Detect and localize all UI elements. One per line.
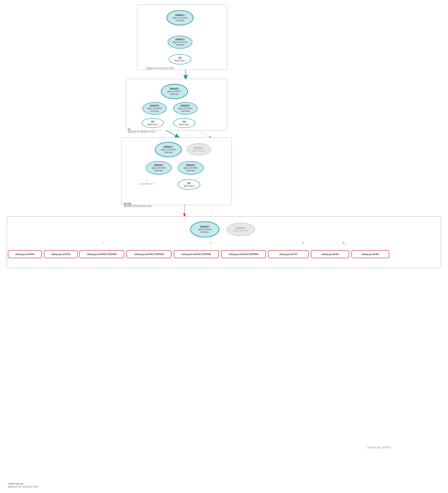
tw-ds2-detail1: digest alg=2 (179, 123, 190, 126)
govtw-zsk1-node: DNSKEY alg=8, id=29904 2048 bits (146, 161, 172, 175)
rec-soa1: railway.gov.tw/SOA (8, 250, 42, 258)
rec-soa2: railway.gov.tw/SOA (44, 250, 78, 258)
rec-nsec2: railway.gov.tw/NSEC3PARAM (127, 250, 171, 258)
brand-label: railway gov tWINS (367, 446, 391, 449)
footer-timestamp: (2023-07-27 11:24:02 UTC) (8, 485, 38, 488)
rec-nsec1-label: railway.gov.tw/NSEC3PARAM (87, 253, 117, 256)
govtw-ds-detail1: digest alg=2 (184, 185, 195, 188)
rec-mx: railway.gov.tw/MX (352, 250, 389, 258)
tw-zsk1-detail2: 1024 bits (150, 110, 159, 113)
govtw-ksk-detail2: 2048 bits (164, 151, 173, 154)
warn-rec-nsec3: ⚠ (209, 241, 212, 245)
govtw-ksk-grey-detail1: alg=8, id=514 (193, 150, 205, 152)
railway-ksk-grey-node: DNSKEY alg=8, id=29995 (227, 223, 255, 236)
rec-txt: railway.gov.tw/TXT (268, 250, 309, 258)
railway-box (7, 216, 441, 268)
govtw-zsk2-detail1: alg=8, id=38001 (183, 167, 198, 169)
root-zsk-detail1: alg=8, id=11019 (173, 41, 187, 44)
rec-nsec4-label: railway.gov.tw/NSEC3PARAM (229, 253, 258, 256)
rec-ns-label: railway.gov.tw/NS (321, 253, 339, 256)
rec-nsec1: railway.gov.tw/NSEC3PARAM (79, 250, 124, 258)
root-ds-label: DS (178, 56, 181, 59)
root-ds-detail1: digest alg=2 (175, 59, 186, 62)
rec-nsec4: railway.gov.tw/NSEC3PARAM (221, 250, 266, 258)
root-box-timestamp: (2023-07-27 07:01:10 UTC) (146, 67, 174, 70)
govtw-box-timestamp: (2023-07-27 08:49:48 UTC) (124, 205, 151, 208)
govtw-zsk1-detail1: alg=8, id=29904 (151, 167, 166, 169)
tw-ds1-label: DS (151, 120, 154, 123)
warn-govtw-dnskey: ⚠ gov.tw/DNSKEY (139, 179, 154, 185)
govtw-zsk2-node: DNSKEY alg=8, id=38001 2048 bits (178, 161, 204, 175)
warn-rec-nsec1: ⚠ (102, 241, 105, 245)
govtw-zsk1-label: DNSKEY (154, 164, 164, 167)
tw-ds2-node: DS digest alg=2 (173, 118, 195, 128)
tw-zsk2-detail2: 1024 bits (181, 110, 190, 113)
railway-ksk-detail1: alg=8, id=8790 (198, 228, 212, 231)
railway-ksk-detail2: 2048 bits (201, 231, 209, 234)
root-ksk-detail1: alg=8, id=20326 (173, 17, 187, 19)
tw-ksk-node: DNSKEY alg=8, id=51277 2048 bits (161, 84, 188, 99)
tw-zsk1-detail1: alg=8, id=50814 (147, 107, 162, 110)
warn-rec-ns: ⚠ (342, 241, 345, 245)
root-ksk-detail2: 2048 bits (176, 19, 184, 22)
govtw-ksk-label: DNSKEY (164, 146, 173, 148)
rec-soa1-label: railway.gov.tw/SOA (15, 253, 34, 256)
footer-domain: railway.gov.tw (8, 482, 23, 485)
svg-line-8 (197, 130, 211, 137)
govtw-ds-label: DS (187, 182, 191, 185)
tw-zsk1-label: DNSKEY (150, 104, 159, 107)
railway-ksk-grey-label: DNSKEY (236, 227, 246, 230)
govtw-zsk1-detail2: 2048 bits (155, 169, 163, 172)
tw-ksk-detail2: 2048 bits (170, 93, 179, 96)
govtw-ksk-node: DNSKEY alg=8, id=19435 2048 bits (155, 142, 182, 157)
root-zsk-label: DNSKEY (175, 38, 185, 41)
tw-box-timestamp: (2023-07-27 08:49:27 UTC) (128, 131, 156, 133)
railway-ksk-grey-detail1: alg=8, id=29995 (234, 230, 248, 232)
rec-soa2-label: railway.gov.tw/SOA (51, 253, 70, 256)
diagram-container: (2023-07-27 07:01:10 UTC) DNSKEY alg=8, … (0, 0, 448, 493)
rec-txt-label: railway.gov.tw/TXT (279, 253, 298, 256)
govtw-zsk2-detail2: 2048 bits (187, 169, 195, 172)
rec-nsec3: railway.gov.tw/NSEC3PARAM (174, 250, 219, 258)
root-ksk-label: DNSKEY (175, 14, 185, 17)
rec-ns: railway.gov.tw/NS (311, 250, 349, 258)
tw-ksk-label: DNSKEY (170, 87, 179, 90)
root-zsk-detail2: 2048 bits (176, 44, 184, 46)
railway-ksk-node: DNSKEY alg=8, id=8790 2048 bits (190, 221, 219, 237)
warn-rec-txt: ⚠ (301, 241, 304, 245)
root-zsk-node: DNSKEY alg=8, id=11019 2048 bits (168, 36, 192, 49)
rec-nsec3-label: railway.gov.tw/NSEC3PARAM (181, 253, 211, 256)
svg-line-7 (165, 130, 179, 137)
railway-ksk-label: DNSKEY (200, 225, 210, 228)
root-ds-node: DS digest alg=2 (169, 54, 191, 65)
tw-box-label: tw (128, 128, 130, 130)
rec-nsec2-label: railway.gov.tw/NSEC3PARAM (134, 253, 164, 256)
tw-ds1-detail1: digest alg=2 (147, 123, 158, 126)
root-ksk-node: DNSKEY alg=8, id=20326 2048 bits (167, 10, 193, 25)
tw-ksk-detail1: alg=8, id=51277 (167, 90, 182, 93)
warn-red-arrow: ⚠ (128, 202, 132, 207)
tw-zsk2-detail1: alg=8, id=10821 (178, 107, 193, 110)
govtw-zsk2-label: DNSKEY (186, 164, 195, 167)
tw-ds2-label: DS (183, 120, 186, 123)
rec-mx-label: railway.gov.tw/MX (361, 253, 379, 256)
tw-zsk1-node: DNSKEY alg=8, id=50814 1024 bits (142, 102, 167, 115)
govtw-ksk-detail1: alg=8, id=19435 (161, 148, 176, 151)
tw-ds1-node: DS digest alg=2 (142, 118, 164, 128)
govtw-ksk-grey-node: DNSKEY alg=8, id=514 (186, 143, 211, 156)
tw-zsk2-label: DNSKEY (181, 104, 190, 107)
tw-zsk2-node: DNSKEY alg=8, id=10821 1024 bits (173, 102, 198, 115)
govtw-ksk-grey-label: DNSKEY (194, 147, 203, 150)
govtw-ds-node: DS digest alg=2 (178, 179, 200, 190)
